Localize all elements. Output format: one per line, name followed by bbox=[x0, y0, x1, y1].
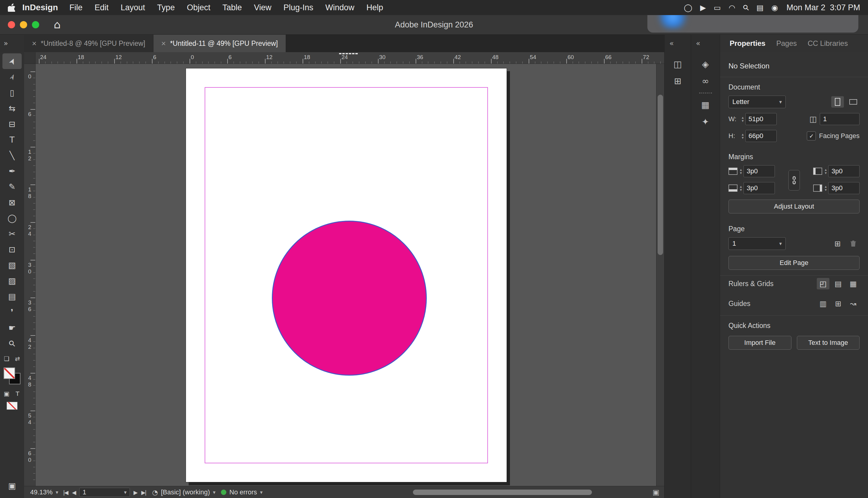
adjustments-panel-icon[interactable]: ✦ bbox=[696, 113, 715, 130]
document-grid-icon[interactable]: ▦ bbox=[847, 278, 859, 289]
zoom-level-select[interactable]: 49.13% ▾ bbox=[29, 488, 59, 496]
delete-page-button[interactable] bbox=[847, 238, 859, 249]
vertical-ruler[interactable]: 06121824303642485460 bbox=[24, 64, 36, 486]
panel-tab-cc-libraries[interactable]: CC Libraries bbox=[802, 35, 853, 52]
horizontal-scrollbar[interactable] bbox=[271, 489, 644, 495]
toolbar-expand-button[interactable]: » bbox=[0, 35, 24, 52]
link-margins-button[interactable] bbox=[788, 170, 800, 191]
spread-view-icon[interactable]: ▣ bbox=[653, 488, 659, 497]
content-collector-tool[interactable]: ⊟ bbox=[2, 116, 22, 132]
previous-page-button[interactable]: ◀ bbox=[72, 489, 76, 496]
show-guides-icon[interactable]: ▥ bbox=[817, 298, 829, 309]
menubar-item[interactable]: View bbox=[248, 3, 278, 12]
landscape-orientation-button[interactable] bbox=[847, 96, 859, 108]
fill-swatch[interactable] bbox=[4, 367, 15, 379]
screen-record-icon[interactable]: ▶ bbox=[700, 3, 706, 12]
line-tool[interactable]: ╲ bbox=[2, 147, 22, 163]
control-center-icon[interactable]: ▤ bbox=[757, 3, 764, 12]
menubar-item[interactable]: Type bbox=[151, 3, 181, 12]
battery-icon[interactable]: ▭ bbox=[714, 3, 721, 12]
creative-cloud-icon[interactable]: ◯ bbox=[684, 3, 692, 12]
column-guides-icon[interactable]: ⊞ bbox=[832, 298, 844, 309]
cc-libraries-panel-icon[interactable]: ⊞ bbox=[669, 73, 687, 90]
page-tool[interactable]: ▯ bbox=[2, 85, 22, 100]
menubar-item[interactable]: File bbox=[63, 3, 89, 12]
formatting-affects-container-icon[interactable]: ▣ bbox=[2, 389, 11, 398]
top-margin-field[interactable]: 3p0 bbox=[744, 165, 775, 177]
width-field[interactable]: 51p0 bbox=[745, 113, 777, 125]
import-file-button[interactable]: Import File bbox=[729, 336, 791, 350]
swap-fill-stroke-icon[interactable]: ⇄ bbox=[13, 354, 22, 363]
type-tool[interactable]: T bbox=[2, 132, 22, 147]
height-stepper[interactable]: ▴ ▾ bbox=[742, 133, 744, 139]
stepper-down-icon[interactable]: ▾ bbox=[740, 188, 742, 192]
tab-untitled-11[interactable]: × *Untitled-11 @ 49% [GPU Preview] bbox=[153, 35, 286, 52]
menubar-item[interactable]: Window bbox=[319, 3, 360, 12]
baseline-grid-icon[interactable]: ▤ bbox=[832, 278, 844, 289]
height-field[interactable]: 66p0 bbox=[745, 130, 777, 142]
ruler-origin-corner[interactable] bbox=[24, 52, 36, 64]
horizontal-ruler[interactable]: 2418126061218243036424854606672 bbox=[24, 52, 664, 64]
right-margin-field[interactable]: 3p0 bbox=[828, 182, 859, 194]
menubar-item[interactable]: Edit bbox=[89, 3, 115, 12]
apple-menu[interactable] bbox=[8, 3, 15, 12]
links-panel-icon[interactable]: ∞ bbox=[696, 73, 715, 90]
note-tool[interactable]: ▤ bbox=[2, 288, 22, 304]
pencil-tool[interactable]: ✎ bbox=[2, 179, 22, 194]
adj[interactable]: Adjust Layout bbox=[729, 199, 859, 213]
preflight-menu[interactable]: ◔ [Basic] (working) ▾ bbox=[152, 488, 215, 496]
close-tab-icon[interactable]: × bbox=[32, 39, 37, 48]
show-rulers-icon[interactable]: ◰ bbox=[817, 278, 829, 289]
preflight-status[interactable]: No errors ▾ bbox=[221, 488, 263, 496]
wifi-icon[interactable]: ◠ bbox=[729, 3, 735, 12]
vertical-scrollbar-thumb[interactable] bbox=[658, 95, 663, 255]
gradient-feather-tool[interactable]: ▨ bbox=[2, 273, 22, 288]
free-transform-tool[interactable]: ⊡ bbox=[2, 241, 22, 257]
page-size-select[interactable]: Letter ▾ bbox=[729, 95, 786, 108]
zoom-tool[interactable]: ⚲ bbox=[2, 336, 22, 351]
stepper-down-icon[interactable]: ▾ bbox=[742, 119, 744, 122]
close-tab-icon[interactable]: × bbox=[161, 39, 166, 48]
top-margin-stepper[interactable]: ▴ ▾ bbox=[740, 168, 742, 174]
minimize-window-button[interactable] bbox=[20, 21, 27, 28]
facing-pages-checkbox[interactable]: ✓ bbox=[807, 131, 816, 141]
direct-selection-tool[interactable]: ➢ bbox=[2, 69, 22, 85]
bottom-margin-field[interactable]: 3p0 bbox=[744, 182, 775, 194]
dock1-expand-button[interactable]: « bbox=[664, 35, 691, 52]
pen-tool[interactable]: ✒ bbox=[2, 163, 22, 179]
left-margin-stepper[interactable]: ▴ ▾ bbox=[825, 168, 827, 174]
horizontal-scrollbar-thumb[interactable] bbox=[413, 489, 592, 495]
width-stepper[interactable]: ▴ ▾ bbox=[742, 116, 744, 122]
ellipse-object[interactable] bbox=[272, 221, 427, 376]
panel-tab-pages[interactable]: Pages bbox=[771, 35, 802, 52]
apply-none-button[interactable] bbox=[6, 402, 17, 410]
stepper-down-icon[interactable]: ▾ bbox=[825, 188, 827, 192]
default-fill-stroke-icon[interactable]: ❏ bbox=[2, 354, 11, 363]
menubar-item[interactable]: Help bbox=[360, 3, 389, 12]
menubar-clock[interactable]: Mon Mar 2 3:07 PM bbox=[786, 3, 860, 12]
stepper-down-icon[interactable]: ▾ bbox=[740, 171, 742, 174]
left-margin-field[interactable]: 3p0 bbox=[828, 165, 859, 177]
page-select[interactable]: 1 ▾ bbox=[729, 237, 786, 250]
edit-page-button[interactable]: Edit Page bbox=[729, 256, 859, 270]
pasteboard[interactable] bbox=[36, 64, 656, 486]
menubar-item[interactable]: Object bbox=[181, 3, 216, 12]
add-page-button[interactable]: ⊞ bbox=[831, 238, 844, 249]
screen-mode-button[interactable]: ▣ bbox=[2, 478, 22, 494]
vertical-scrollbar[interactable] bbox=[656, 64, 664, 486]
home-icon[interactable]: ⌂ bbox=[54, 19, 61, 30]
spotlight-search-icon[interactable]: ⚲ bbox=[741, 2, 751, 12]
right-margin-stepper[interactable]: ▴ ▾ bbox=[825, 185, 827, 192]
smart-guides-icon[interactable]: ↝ bbox=[847, 298, 859, 309]
stepper-down-icon[interactable]: ▾ bbox=[825, 171, 827, 174]
menubar-item[interactable]: Table bbox=[216, 3, 248, 12]
hand-tool[interactable]: ☛ bbox=[2, 320, 22, 336]
app-menu[interactable]: InDesign bbox=[17, 3, 63, 12]
menubar-item[interactable]: Plug-Ins bbox=[278, 3, 319, 12]
fullscreen-window-button[interactable] bbox=[32, 21, 39, 28]
menubar-item[interactable]: Layout bbox=[115, 3, 151, 12]
gap-tool[interactable]: ⇆ bbox=[2, 100, 22, 116]
siri-icon[interactable]: ◉ bbox=[772, 3, 778, 12]
panel-tab-properties[interactable]: Properties bbox=[724, 35, 771, 52]
swatches-panel-icon[interactable]: ▦ bbox=[696, 96, 715, 113]
